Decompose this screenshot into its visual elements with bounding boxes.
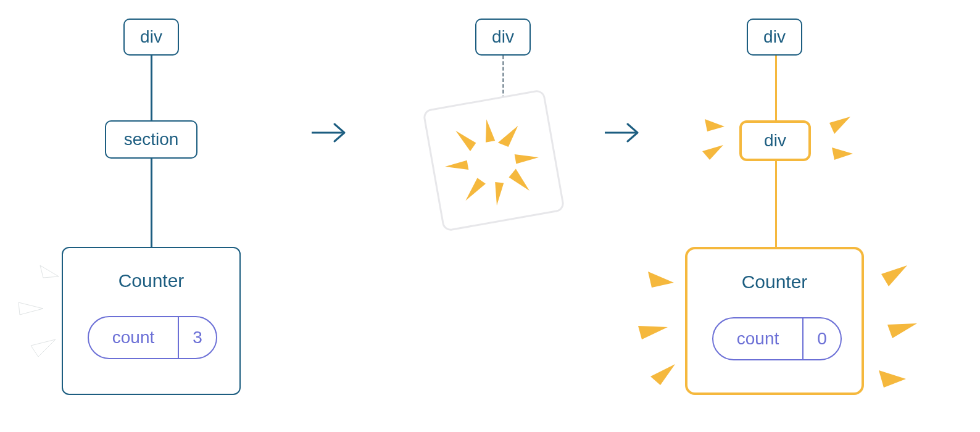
sparks-gold-small [697,108,858,176]
state-value: 3 [179,328,216,347]
svg-marker-4 [482,118,496,143]
node-label: div [763,27,786,47]
svg-marker-14 [702,145,723,160]
node-div-root: div [747,19,802,56]
svg-marker-17 [648,272,674,288]
sparks-gold-large [636,247,920,407]
svg-marker-20 [881,265,907,286]
connector [151,56,152,120]
svg-marker-7 [507,167,529,194]
counter-title: Counter [63,270,239,291]
sparks-white [12,259,68,383]
node-section: section [105,120,197,159]
svg-marker-15 [829,117,850,134]
tree-right: div div Counter count 0 [654,19,913,413]
tree-middle: div [413,19,599,265]
svg-marker-8 [492,181,507,206]
svg-marker-10 [444,160,468,174]
svg-marker-5 [496,126,521,149]
svg-marker-21 [887,323,917,338]
state-pill: count 3 [88,316,217,359]
node-label: div [492,27,514,47]
node-div-root: div [475,19,531,56]
burst-destroyed-icon [422,89,565,232]
svg-marker-9 [462,177,488,201]
svg-marker-6 [515,151,539,164]
svg-marker-1 [19,302,43,315]
counter-box: Counter count 3 [62,247,241,395]
svg-marker-19 [650,364,675,385]
state-label: count [89,328,178,347]
connector [151,159,152,247]
svg-marker-11 [455,128,477,153]
connector-gold [775,161,777,247]
node-label: section [124,130,179,149]
svg-marker-16 [832,147,853,160]
arrow-right-icon [309,120,352,145]
svg-marker-2 [31,339,56,357]
svg-marker-0 [40,265,59,278]
node-label: div [140,27,162,47]
svg-marker-13 [705,119,725,131]
node-div-root: div [123,19,179,56]
tree-left: div section Counter count 3 [49,19,284,413]
svg-marker-22 [879,370,906,388]
arrow-right-icon [602,120,645,145]
svg-marker-18 [638,326,668,339]
